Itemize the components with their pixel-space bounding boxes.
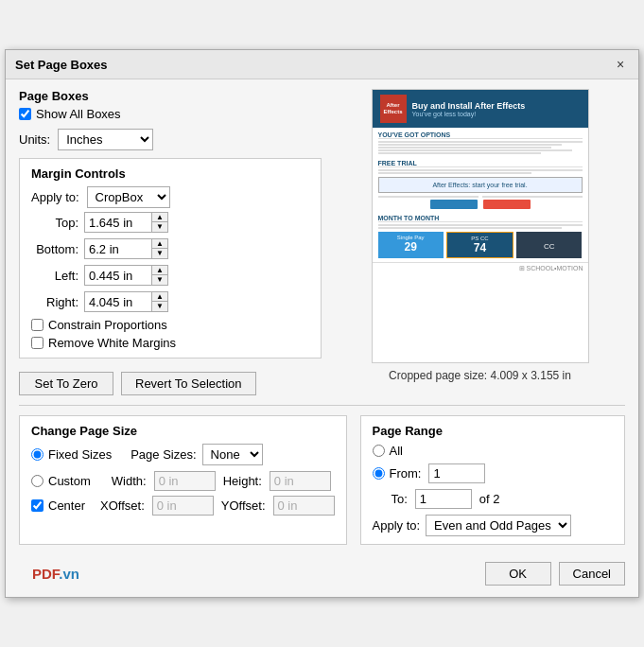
page-boxes-label: Page Boxes xyxy=(19,89,322,103)
fixed-sizes-label[interactable]: Fixed Sizes xyxy=(31,447,112,462)
bottom-up-btn[interactable]: ▲ xyxy=(152,239,167,249)
from-label[interactable]: From: xyxy=(373,466,422,481)
right-spinner: 4.045 in ▲ ▼ xyxy=(84,291,168,312)
height-label: Height: xyxy=(223,474,262,488)
change-page-size-group: Change Page Size Fixed Sizes Page Sizes:… xyxy=(19,415,347,545)
all-label[interactable]: All xyxy=(373,444,403,458)
margin-controls-title: Margin Controls xyxy=(31,166,309,181)
center-label[interactable]: Center xyxy=(31,498,85,513)
apply-to-label: Apply to: xyxy=(31,190,79,204)
constrain-label[interactable]: Constrain Proportions xyxy=(31,318,309,332)
left-up-btn[interactable]: ▲ xyxy=(152,266,167,275)
top-spinner: 1.645 in ▲ ▼ xyxy=(84,212,168,233)
center-offsets-row: Center XOffset: 0 in YOffset: 0 in xyxy=(31,496,335,516)
units-label: Units: xyxy=(19,132,50,147)
to-label: To: xyxy=(392,492,408,506)
top-input[interactable]: 1.645 in xyxy=(85,214,151,232)
fixed-sizes-row: Fixed Sizes Page Sizes: None Letter Lega… xyxy=(31,444,335,465)
left-panel: Page Boxes Show All Boxes Units: Inches … xyxy=(19,89,322,395)
width-label: Width: xyxy=(112,474,147,488)
margin-controls-group: Margin Controls Apply to: CropBox MediaB… xyxy=(19,158,322,358)
custom-label[interactable]: Custom xyxy=(31,474,91,488)
left-spinner-btns: ▲ ▼ xyxy=(151,266,167,285)
left-row: Left: 0.445 in ▲ ▼ xyxy=(31,265,309,286)
all-radio[interactable] xyxy=(373,445,385,457)
footer-buttons: OK Cancel xyxy=(485,562,625,586)
set-to-zero-button[interactable]: Set To Zero xyxy=(19,372,113,395)
yoffset-label: YOffset: xyxy=(221,498,266,513)
center-text: Center xyxy=(48,498,85,513)
title-bar: Set Page Boxes × xyxy=(6,50,638,79)
show-all-boxes-label[interactable]: Show All Boxes xyxy=(19,107,322,121)
page-sizes-select[interactable]: None Letter Legal A4 A3 xyxy=(202,444,263,465)
preview-section2-title: FREE TRIAL xyxy=(378,160,583,167)
bottom-input[interactable]: 6.2 in xyxy=(85,240,151,258)
right-down-btn[interactable]: ▼ xyxy=(152,302,167,311)
from-text: From: xyxy=(390,466,422,481)
remove-white-checkbox[interactable] xyxy=(31,337,44,349)
xoffset-label: XOffset: xyxy=(100,498,145,513)
logo-line1: After xyxy=(386,102,399,109)
fixed-sizes-radio[interactable] xyxy=(31,448,44,461)
left-down-btn[interactable]: ▼ xyxy=(152,275,167,285)
top-down-btn[interactable]: ▼ xyxy=(152,222,167,232)
page-range-title: Page Range xyxy=(373,424,614,438)
dialog: Set Page Boxes × Page Boxes Show All Box… xyxy=(5,49,639,598)
all-text: All xyxy=(390,444,403,458)
dialog-title: Set Page Boxes xyxy=(15,58,108,72)
preview-header-subtitle: You've got less today! xyxy=(412,111,526,117)
top-section: Page Boxes Show All Boxes Units: Inches … xyxy=(19,89,625,395)
branding: PDF.vn xyxy=(19,560,93,587)
custom-radio[interactable] xyxy=(31,475,44,487)
remove-white-text: Remove White Margins xyxy=(48,336,176,350)
bottom-section: Change Page Size Fixed Sizes Page Sizes:… xyxy=(19,405,625,545)
close-button[interactable]: × xyxy=(612,56,629,73)
from-input[interactable] xyxy=(428,463,485,483)
right-panel: After Effects Buy and Install After Effe… xyxy=(335,89,625,395)
page-sizes-label: Page Sizes: xyxy=(131,447,196,462)
right-spinner-btns: ▲ ▼ xyxy=(151,292,167,311)
top-spinner-btns: ▲ ▼ xyxy=(151,213,167,232)
logo-line2: Effects xyxy=(383,109,402,115)
units-select[interactable]: Inches Centimeters Millimeters Points Pi… xyxy=(58,129,153,150)
to-input[interactable] xyxy=(415,489,472,509)
xoffset-input[interactable]: 0 in xyxy=(152,496,214,516)
constrain-checkbox[interactable] xyxy=(31,319,44,331)
bottom-row: Bottom: 6.2 in ▲ ▼ xyxy=(31,238,309,259)
remove-white-label[interactable]: Remove White Margins xyxy=(31,336,309,350)
apply-to-select[interactable]: CropBox MediaBox BleedBox TrimBox ArtBox xyxy=(87,186,170,208)
apply-to-range-select[interactable]: Even and Odd Pages Even Pages Only Odd P… xyxy=(426,515,571,536)
change-page-size-title: Change Page Size xyxy=(31,424,335,438)
left-spinner: 0.445 in ▲ ▼ xyxy=(84,265,168,286)
of-text: of 2 xyxy=(479,492,500,506)
cancel-button[interactable]: Cancel xyxy=(559,562,625,586)
preview-image: After Effects Buy and Install After Effe… xyxy=(372,89,589,363)
from-radio[interactable] xyxy=(373,467,385,480)
branding-dot: .vn xyxy=(59,566,79,582)
page-boxes-group: Page Boxes Show All Boxes xyxy=(19,89,322,121)
right-input[interactable]: 4.045 in xyxy=(85,293,151,311)
from-row: From: xyxy=(373,463,614,483)
bottom-down-btn[interactable]: ▼ xyxy=(152,249,167,258)
show-all-boxes-checkbox[interactable] xyxy=(19,108,31,120)
revert-to-selection-button[interactable]: Revert To Selection xyxy=(121,372,256,395)
apply-to-range-row: Apply to: Even and Odd Pages Even Pages … xyxy=(373,515,614,536)
ok-button[interactable]: OK xyxy=(485,562,551,586)
center-checkbox[interactable] xyxy=(31,499,44,512)
height-input[interactable]: 0 in xyxy=(270,471,331,491)
constrain-text: Constrain Proportions xyxy=(48,318,167,332)
custom-width-row: Custom Width: 0 in Height: 0 in xyxy=(31,471,335,491)
left-input[interactable]: 0.445 in xyxy=(85,267,151,285)
preview-section3-title: MONTH TO MONTH xyxy=(378,215,583,222)
action-buttons: Set To Zero Revert To Selection xyxy=(19,372,322,395)
dialog-body: Page Boxes Show All Boxes Units: Inches … xyxy=(6,79,638,597)
width-input[interactable]: 0 in xyxy=(154,471,216,491)
right-up-btn[interactable]: ▲ xyxy=(152,292,167,302)
footer-area: PDF.vn OK Cancel xyxy=(19,554,625,587)
yoffset-input[interactable]: 0 in xyxy=(273,496,335,516)
top-up-btn[interactable]: ▲ xyxy=(152,213,167,222)
bottom-label: Bottom: xyxy=(31,242,78,256)
preview-header-title: Buy and Install After Effects xyxy=(412,101,526,111)
units-row: Units: Inches Centimeters Millimeters Po… xyxy=(19,129,322,150)
top-label: Top: xyxy=(31,216,78,230)
